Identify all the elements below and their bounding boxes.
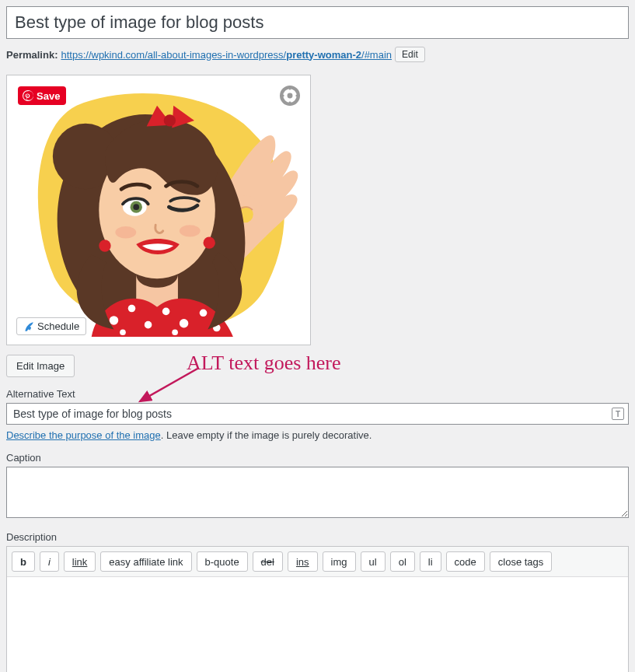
qt-code-button[interactable]: code <box>446 551 485 572</box>
qt-ol-button[interactable]: ol <box>390 551 415 572</box>
alt-text-input[interactable] <box>6 403 629 425</box>
alt-purpose-link[interactable]: Describe the purpose of the image <box>6 429 161 441</box>
focus-point-button[interactable] <box>279 85 301 107</box>
schedule-label: Schedule <box>37 320 79 332</box>
qt-li-button[interactable]: li <box>420 551 441 572</box>
pinterest-save-button[interactable]: Save <box>18 86 66 105</box>
svg-point-14 <box>110 316 119 325</box>
description-toolbar: b i link easy affiliate link b-quote del… <box>7 547 628 577</box>
post-title-input[interactable] <box>6 6 629 39</box>
qt-close-tags-button[interactable]: close tags <box>490 551 553 572</box>
svg-point-19 <box>200 310 208 317</box>
svg-point-11 <box>180 225 201 236</box>
qt-ins-button[interactable]: ins <box>288 551 318 572</box>
annotation-label: ALT text goes here <box>187 352 341 375</box>
qt-b-button[interactable]: b <box>12 551 35 572</box>
svg-point-16 <box>145 321 152 329</box>
svg-point-22 <box>172 329 178 335</box>
attachment-illustration <box>15 83 302 337</box>
qt-del-button[interactable]: del <box>253 551 283 572</box>
featured-image-preview: Save Schedule <box>6 75 311 345</box>
svg-point-12 <box>99 240 110 251</box>
caption-label: Caption <box>6 452 629 464</box>
permalink-base: https://wpkind.com/all-about-images-in-w… <box>61 49 286 61</box>
edit-image-button[interactable]: Edit Image <box>6 355 75 377</box>
svg-point-25 <box>288 93 293 99</box>
svg-point-9 <box>133 204 139 210</box>
schedule-icon <box>23 321 34 332</box>
description-label: Description <box>6 531 629 543</box>
caption-textarea[interactable] <box>6 467 629 518</box>
svg-rect-28 <box>280 95 284 96</box>
svg-point-18 <box>180 319 189 328</box>
svg-point-15 <box>128 305 136 313</box>
description-textarea[interactable] <box>7 577 628 672</box>
svg-rect-29 <box>296 95 300 96</box>
svg-point-10 <box>115 226 136 238</box>
woman-illustration-icon <box>15 83 302 337</box>
qt-link-button[interactable]: link <box>64 551 96 572</box>
schedule-button[interactable]: Schedule <box>16 317 86 335</box>
permalink-label: Permalink: <box>6 49 58 61</box>
permalink-hash: /#main <box>361 49 392 61</box>
qt-img-button[interactable]: img <box>323 551 356 572</box>
svg-point-6 <box>164 114 176 126</box>
permalink-row: Permalink: https://wpkind.com/all-about-… <box>6 47 629 62</box>
crosshair-icon <box>280 86 300 106</box>
alt-helper-rest: . Leave empty if the image is purely dec… <box>161 429 372 441</box>
permalink-url[interactable]: https://wpkind.com/all-about-images-in-w… <box>61 49 392 61</box>
permalink-edit-button[interactable]: Edit <box>395 47 425 62</box>
pinterest-icon <box>23 90 33 101</box>
qt-bquote-button[interactable]: b-quote <box>197 551 248 572</box>
svg-rect-26 <box>289 86 291 89</box>
alt-hint-icon: T <box>612 408 624 420</box>
qt-easy-affiliate-link-button[interactable]: easy affiliate link <box>100 551 191 572</box>
alt-text-label: Alternative Text <box>6 388 629 400</box>
svg-point-17 <box>162 308 170 316</box>
permalink-slug: pretty-woman-2 <box>286 49 361 61</box>
pinterest-save-label: Save <box>37 90 60 102</box>
qt-i-button[interactable]: i <box>40 551 59 572</box>
description-editor: b i link easy affiliate link b-quote del… <box>6 546 629 672</box>
qt-ul-button[interactable]: ul <box>361 551 386 572</box>
svg-point-21 <box>120 329 126 335</box>
alt-helper-text: Describe the purpose of the image. Leave… <box>6 429 629 441</box>
svg-point-13 <box>204 237 215 249</box>
svg-rect-27 <box>289 102 291 106</box>
